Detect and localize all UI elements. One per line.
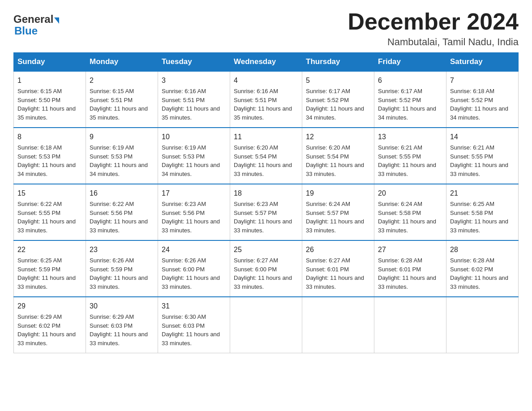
day-number: 3 [162,75,226,86]
day-number: 21 [450,188,515,199]
day-cell: 16Sunrise: 6:22 AMSunset: 5:56 PMDayligh… [86,184,158,240]
day-number: 12 [306,132,370,142]
day-cell: 13Sunrise: 6:21 AMSunset: 5:55 PMDayligh… [374,128,446,184]
day-number: 4 [234,75,298,86]
day-number: 18 [234,188,298,199]
day-cell: 19Sunrise: 6:24 AMSunset: 5:57 PMDayligh… [302,184,374,240]
day-cell [302,297,374,353]
day-cell: 24Sunrise: 6:26 AMSunset: 6:00 PMDayligh… [158,240,230,297]
logo-blue-text: Blue [14,25,59,37]
day-number: 9 [90,132,154,142]
day-number: 8 [17,132,82,142]
day-cell: 1Sunrise: 6:15 AMSunset: 5:50 PMDaylight… [14,71,86,128]
page-title: December 2024 [348,9,519,34]
day-cell: 4Sunrise: 6:16 AMSunset: 5:51 PMDaylight… [230,71,302,128]
day-number: 1 [17,75,82,86]
day-cell: 26Sunrise: 6:27 AMSunset: 6:01 PMDayligh… [302,240,374,297]
day-number: 26 [306,244,370,255]
day-cell: 14Sunrise: 6:21 AMSunset: 5:55 PMDayligh… [446,128,519,184]
day-cell [374,297,446,353]
day-cell: 11Sunrise: 6:20 AMSunset: 5:54 PMDayligh… [230,128,302,184]
day-number: 16 [90,188,154,199]
day-number: 2 [90,75,154,86]
day-cell: 28Sunrise: 6:28 AMSunset: 6:02 PMDayligh… [446,240,519,297]
week-row-4: 22Sunrise: 6:25 AMSunset: 5:59 PMDayligh… [14,240,519,297]
day-cell: 7Sunrise: 6:18 AMSunset: 5:52 PMDaylight… [446,71,519,128]
page-header: General Blue December 2024 Nambutalai, T… [13,9,519,48]
day-cell: 15Sunrise: 6:22 AMSunset: 5:55 PMDayligh… [14,184,86,240]
day-number: 22 [17,244,82,255]
header-cell-thursday: Thursday [302,53,374,72]
day-number: 17 [162,188,226,199]
day-cell: 17Sunrise: 6:23 AMSunset: 5:56 PMDayligh… [158,184,230,240]
day-number: 7 [450,75,515,86]
header-cell-sunday: Sunday [14,53,86,72]
day-number: 25 [234,244,298,255]
day-number: 15 [17,188,82,199]
header-cell-saturday: Saturday [446,53,519,72]
week-row-1: 1Sunrise: 6:15 AMSunset: 5:50 PMDaylight… [14,71,519,128]
day-number: 24 [162,244,226,255]
day-cell: 29Sunrise: 6:29 AMSunset: 6:02 PMDayligh… [14,297,86,353]
day-number: 10 [162,132,226,142]
day-cell: 18Sunrise: 6:23 AMSunset: 5:57 PMDayligh… [230,184,302,240]
day-cell: 22Sunrise: 6:25 AMSunset: 5:59 PMDayligh… [14,240,86,297]
day-number: 13 [378,132,442,142]
day-number: 29 [17,301,82,312]
page-subtitle: Nambutalai, Tamil Nadu, India [348,36,519,48]
day-cell: 25Sunrise: 6:27 AMSunset: 6:00 PMDayligh… [230,240,302,297]
day-cell: 9Sunrise: 6:19 AMSunset: 5:53 PMDaylight… [86,128,158,184]
day-number: 5 [306,75,370,86]
day-number: 6 [378,75,442,86]
day-cell: 12Sunrise: 6:20 AMSunset: 5:54 PMDayligh… [302,128,374,184]
title-block: December 2024 Nambutalai, Tamil Nadu, In… [348,9,519,48]
day-number: 14 [450,132,515,142]
header-cell-wednesday: Wednesday [230,53,302,72]
day-cell: 3Sunrise: 6:16 AMSunset: 5:51 PMDaylight… [158,71,230,128]
header-cell-friday: Friday [374,53,446,72]
day-cell: 10Sunrise: 6:19 AMSunset: 5:53 PMDayligh… [158,128,230,184]
day-cell: 21Sunrise: 6:25 AMSunset: 5:58 PMDayligh… [446,184,519,240]
week-row-3: 15Sunrise: 6:22 AMSunset: 5:55 PMDayligh… [14,184,519,240]
day-cell: 23Sunrise: 6:26 AMSunset: 5:59 PMDayligh… [86,240,158,297]
day-cell: 5Sunrise: 6:17 AMSunset: 5:52 PMDaylight… [302,71,374,128]
day-cell [446,297,519,353]
day-cell: 30Sunrise: 6:29 AMSunset: 6:03 PMDayligh… [86,297,158,353]
day-cell: 8Sunrise: 6:18 AMSunset: 5:53 PMDaylight… [14,128,86,184]
week-row-2: 8Sunrise: 6:18 AMSunset: 5:53 PMDaylight… [14,128,519,184]
day-cell: 31Sunrise: 6:30 AMSunset: 6:03 PMDayligh… [158,297,230,353]
header-cell-tuesday: Tuesday [158,53,230,72]
calendar-table: SundayMondayTuesdayWednesdayThursdayFrid… [13,52,519,353]
logo-general: General [13,13,59,25]
day-number: 20 [378,188,442,199]
day-number: 23 [90,244,154,255]
day-number: 19 [306,188,370,199]
day-number: 28 [450,244,515,255]
header-row: SundayMondayTuesdayWednesdayThursdayFrid… [14,53,519,72]
day-cell: 2Sunrise: 6:15 AMSunset: 5:51 PMDaylight… [86,71,158,128]
day-cell: 27Sunrise: 6:28 AMSunset: 6:01 PMDayligh… [374,240,446,297]
day-cell: 6Sunrise: 6:17 AMSunset: 5:52 PMDaylight… [374,71,446,128]
day-cell: 20Sunrise: 6:24 AMSunset: 5:58 PMDayligh… [374,184,446,240]
day-number: 31 [162,301,226,312]
day-number: 30 [90,301,154,312]
logo: General Blue [13,9,59,37]
day-cell [230,297,302,353]
day-number: 27 [378,244,442,255]
week-row-5: 29Sunrise: 6:29 AMSunset: 6:02 PMDayligh… [14,297,519,353]
header-cell-monday: Monday [86,53,158,72]
day-number: 11 [234,132,298,142]
